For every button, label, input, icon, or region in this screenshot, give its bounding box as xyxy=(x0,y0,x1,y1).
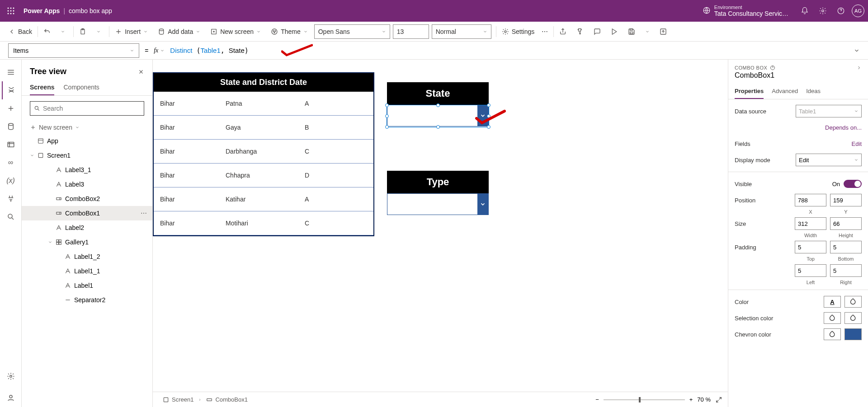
add-data-button[interactable]: Add data xyxy=(154,22,207,41)
tree-node-gallery1[interactable]: Gallery1 xyxy=(22,235,152,249)
insert-button[interactable]: Insert xyxy=(111,22,154,41)
app-name[interactable]: combo box app xyxy=(69,7,112,14)
depends-on-link[interactable]: Depends on... xyxy=(825,124,862,131)
tab-components[interactable]: Components xyxy=(63,80,99,95)
sel-fill2-button[interactable] xyxy=(844,312,862,324)
ask-rail-icon[interactable] xyxy=(2,389,20,407)
font-weight-dropdown[interactable]: Normal xyxy=(432,24,491,39)
tree-node-label3_1[interactable]: Label3_1 xyxy=(22,163,152,177)
padding-bottom-input[interactable]: 5 xyxy=(830,241,862,253)
crumb-screen[interactable]: Screen1 xyxy=(158,394,198,405)
new-screen-button[interactable]: New screen xyxy=(207,22,267,41)
chev-fill-button[interactable] xyxy=(824,328,841,340)
crumb-control[interactable]: ComboBox1 xyxy=(202,394,252,405)
settings-gear-icon[interactable] xyxy=(814,2,832,20)
control-name[interactable]: ComboBox1 xyxy=(728,71,868,84)
settings-rail-icon[interactable] xyxy=(2,367,20,385)
share-button[interactable] xyxy=(556,22,573,41)
paste-dropdown[interactable] xyxy=(93,22,107,41)
gallery-control[interactable]: State and District Date BiharPatnaABihar… xyxy=(153,72,374,236)
width-input[interactable]: 312 xyxy=(795,217,826,230)
undo-dropdown[interactable] xyxy=(57,22,71,41)
zoom-slider[interactable] xyxy=(604,399,685,400)
gallery-row[interactable]: BiharChhapraD xyxy=(154,164,373,187)
environment-picker[interactable]: Environment Tata Consultancy Servic… xyxy=(703,5,788,17)
tab-screens[interactable]: Screens xyxy=(30,80,54,95)
gallery-row[interactable]: BiharKatiharA xyxy=(154,187,373,211)
publish-button[interactable] xyxy=(656,22,673,41)
padding-left-input[interactable]: 5 xyxy=(795,264,826,277)
more-button[interactable]: ⋯ xyxy=(538,22,552,41)
state-combobox[interactable] xyxy=(387,105,489,126)
preview-button[interactable] xyxy=(607,22,624,41)
position-x-input[interactable]: 788 xyxy=(795,194,826,206)
chevron-right-icon[interactable] xyxy=(856,65,862,70)
fill-color-button[interactable] xyxy=(844,296,862,308)
visible-toggle[interactable] xyxy=(844,180,862,188)
app-launcher-icon[interactable] xyxy=(4,4,18,18)
tree-node-combobox1[interactable]: ComboBox1⋯ xyxy=(22,206,152,220)
flows-rail-icon[interactable]: ∞ xyxy=(2,154,20,172)
undo-button[interactable] xyxy=(40,22,57,41)
gallery-row[interactable]: BiharDarbhangaC xyxy=(154,140,373,164)
gallery-row[interactable]: BiharGayaB xyxy=(154,116,373,140)
checker-button[interactable] xyxy=(573,22,590,41)
zoom-in-button[interactable]: + xyxy=(689,396,693,403)
padding-top-input[interactable]: 5 xyxy=(795,241,826,253)
data-source-dropdown[interactable]: Table1 xyxy=(796,105,862,117)
back-button[interactable]: Back xyxy=(5,22,36,41)
product-name[interactable]: Power Apps xyxy=(24,7,60,14)
fields-edit-link[interactable]: Edit xyxy=(852,140,862,147)
font-size-input[interactable]: 13 xyxy=(393,24,429,39)
tree-node-label1_2[interactable]: Label1_2 xyxy=(22,249,152,264)
tab-advanced[interactable]: Advanced xyxy=(772,84,798,99)
fit-icon[interactable] xyxy=(715,396,722,403)
tree-node-screen1[interactable]: Screen1 xyxy=(22,148,152,163)
comments-button[interactable] xyxy=(590,22,607,41)
variables-rail-icon[interactable]: (x) xyxy=(2,172,20,190)
theme-button[interactable]: Theme xyxy=(267,22,314,41)
data-rail-icon[interactable] xyxy=(2,117,20,136)
tree-view-icon[interactable] xyxy=(2,81,20,99)
close-icon[interactable] xyxy=(138,69,144,75)
save-dropdown[interactable] xyxy=(642,22,656,41)
chev-color-swatch[interactable] xyxy=(844,328,862,340)
tree-node-app[interactable]: App xyxy=(22,134,152,148)
zoom-out-button[interactable]: − xyxy=(595,396,599,403)
insert-rail-icon[interactable] xyxy=(2,99,20,117)
notifications-icon[interactable] xyxy=(796,2,814,20)
tree-node-label3[interactable]: Label3 xyxy=(22,177,152,192)
property-selector[interactable]: Items xyxy=(8,43,139,58)
tree-search[interactable] xyxy=(30,101,144,116)
tree-search-input[interactable] xyxy=(43,105,140,112)
tab-properties[interactable]: Properties xyxy=(735,84,764,99)
design-canvas[interactable]: State and District Date BiharPatnaABihar… xyxy=(153,60,728,392)
hamburger-icon[interactable] xyxy=(2,63,20,81)
font-color-button[interactable]: A xyxy=(824,296,841,308)
tree-node-label2[interactable]: Label2 xyxy=(22,220,152,235)
expand-formula-icon[interactable] xyxy=(854,47,860,54)
gallery-row[interactable]: BiharMotihariC xyxy=(154,211,373,235)
tools-rail-icon[interactable] xyxy=(2,190,20,208)
tree-node-label1[interactable]: Label1 xyxy=(22,278,152,293)
tree-node-label1_1[interactable]: Label1_1 xyxy=(22,264,152,278)
fx-icon[interactable]: fx xyxy=(154,47,158,54)
sel-fill-button[interactable] xyxy=(824,312,841,324)
formula-input[interactable]: Distinct (Table1, State) xyxy=(170,47,249,55)
media-rail-icon[interactable] xyxy=(2,136,20,154)
settings-button[interactable]: Settings xyxy=(498,22,538,41)
tree-node-combobox2[interactable]: ComboBox2 xyxy=(22,192,152,206)
chevron-down-icon[interactable] xyxy=(477,105,488,126)
new-screen-tree-button[interactable]: New screen xyxy=(22,121,152,134)
display-mode-dropdown[interactable]: Edit xyxy=(796,154,862,166)
height-input[interactable]: 66 xyxy=(830,217,862,230)
gallery-row[interactable]: BiharPatnaA xyxy=(154,92,373,116)
chevron-down-icon[interactable] xyxy=(477,194,488,215)
font-family-dropdown[interactable]: Open Sans xyxy=(314,24,390,39)
save-button[interactable] xyxy=(624,22,642,41)
paste-button[interactable] xyxy=(75,22,93,41)
user-avatar[interactable]: AG xyxy=(852,5,864,17)
type-combobox[interactable] xyxy=(387,193,489,215)
tree-node-separator2[interactable]: Separator2 xyxy=(22,293,152,307)
padding-right-input[interactable]: 5 xyxy=(830,264,862,277)
